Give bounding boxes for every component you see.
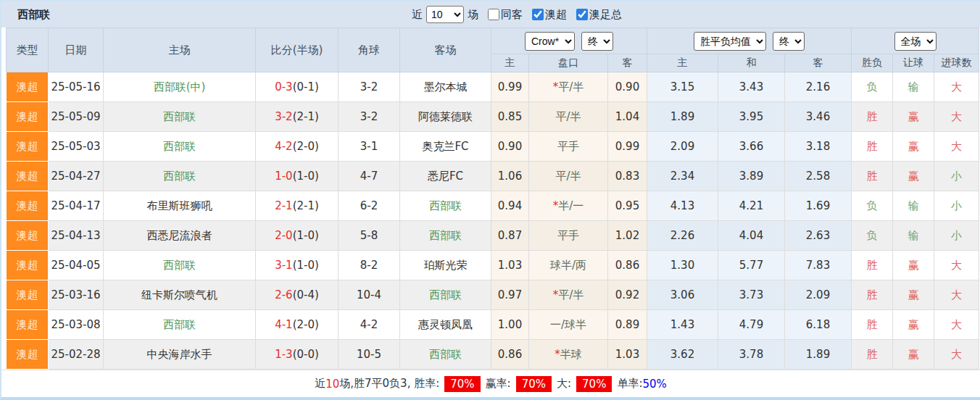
avg-home-cell: 3.62 (647, 340, 718, 370)
table-row: 澳超 25-02-28 中央海岸水手 1-3(0-0) 10-5 西部联 0.8… (7, 340, 979, 370)
away-team-link[interactable]: 惠灵顿凤凰 (418, 318, 473, 331)
result-group-header: 全场 (852, 28, 979, 54)
page-title: 西部联 (17, 8, 50, 22)
handicap-result-cell: 赢 (893, 280, 934, 310)
handicap-cell: 平/半 (529, 162, 608, 191)
home-team-cell: 西部联 (104, 132, 256, 162)
league-cell: 澳超 (7, 162, 49, 191)
summary-footer: 近10场,胜7平0负3, 胜率: 70% 赢率: 70% 大: 70% 单率:5… (1, 370, 980, 397)
handicap-result-cell: 赢 (893, 162, 934, 191)
subcol-goals: 进球数 (934, 54, 979, 72)
goals-result-cell: 大 (934, 72, 979, 102)
away-team-link[interactable]: 西部联 (429, 199, 462, 212)
handicap-cell: 平/半 (529, 102, 608, 132)
avg-away-cell: 3.18 (785, 132, 852, 162)
fulltime-score: 2-0 (275, 229, 293, 242)
away-team-link[interactable]: 悉尼FC (428, 170, 463, 183)
corner-cell: 4-7 (339, 162, 400, 191)
table-row: 澳超 25-05-03 西部联 4-2(2-0) 3-1 奥克兰FC 0.90 … (7, 132, 979, 162)
goals-result-cell: 大 (934, 340, 979, 370)
odds-home-cell: 0.86 (491, 340, 529, 370)
league-a-checkbox-input[interactable] (532, 9, 544, 20)
score-cell: 1-0(1-0) (256, 162, 339, 191)
away-team-link[interactable]: 奥克兰FC (422, 140, 468, 153)
away-team-link[interactable]: 珀斯光荣 (424, 259, 468, 272)
header-group-row: 类型 日期 主场 比分(半场) 角球 客场 Crow* 终 (7, 28, 979, 54)
footer-recent-label: 近 (315, 377, 325, 391)
recent-label: 近 (412, 8, 423, 22)
cover-rate-badge: 70% (516, 376, 552, 392)
home-team-link[interactable]: 西部联 (163, 110, 196, 123)
home-team-link[interactable]: 西部联 (163, 170, 196, 183)
subcol-avg-draw: 和 (718, 54, 785, 72)
handicap-text: 一/球半 (550, 318, 586, 331)
odds-stage-select[interactable]: 终 (581, 32, 613, 51)
home-team-link[interactable]: 西部联 (163, 259, 196, 272)
home-team-link[interactable]: 西悉尼流浪者 (147, 229, 212, 242)
handicap-cell: *半球 (529, 340, 608, 370)
score-cell: 0-3(0-1) (256, 72, 339, 102)
avg-away-cell: 2.09 (785, 280, 852, 310)
avg-away-cell: 7.83 (785, 251, 852, 280)
away-team-link[interactable]: 西部联 (429, 229, 462, 242)
avg-draw-cell: 3.78 (718, 340, 785, 370)
home-team-cell: 布里斯班狮吼 (104, 191, 256, 221)
col-home: 主场 (104, 28, 256, 72)
odds-away-cell: 0.89 (608, 310, 647, 340)
bookmaker-select[interactable]: Crow* (525, 32, 575, 51)
avg-stage-select[interactable]: 终 (773, 32, 805, 51)
footer-summary-text: 场,胜7平0负3, 胜率: (339, 377, 439, 391)
odds-away-cell: 0.86 (608, 251, 647, 280)
league-cup-checkbox[interactable]: 澳足总 (576, 8, 622, 22)
home-team-cell: 西部联 (104, 162, 256, 191)
fulltime-score: 0-3 (275, 80, 293, 93)
date-cell: 25-02-28 (49, 340, 104, 370)
home-team-cell: 西部联(中) (104, 72, 256, 102)
home-team-link[interactable]: 中央海岸水手 (147, 348, 212, 361)
away-team-link[interactable]: 墨尔本城 (424, 80, 468, 93)
recent-count-select[interactable]: 10 (426, 6, 464, 23)
away-team-link[interactable]: 西部联 (429, 348, 462, 361)
avg-away-cell: 6.18 (785, 310, 852, 340)
away-team-cell: 惠灵顿凤凰 (400, 310, 491, 340)
home-team-link[interactable]: 西部联 (163, 318, 196, 331)
avg-home-cell: 1.89 (647, 102, 718, 132)
home-team-link[interactable]: 布里斯班狮吼 (147, 199, 212, 212)
scope-select[interactable]: 全场 (894, 32, 937, 51)
league-a-checkbox[interactable]: 澳超 (532, 8, 567, 22)
fulltime-score: 3-1 (275, 259, 293, 272)
home-team-link[interactable]: 西部联 (163, 140, 196, 153)
home-team-link[interactable]: 纽卡斯尔喷气机 (141, 288, 217, 301)
away-team-link[interactable]: 西部联 (429, 288, 462, 301)
col-score: 比分(半场) (256, 28, 339, 72)
avg-draw-cell: 4.21 (718, 191, 785, 221)
home-team-link[interactable]: 西部联(中) (154, 80, 206, 93)
handicap-result-cell: 赢 (893, 132, 934, 162)
league-cell: 澳超 (7, 251, 49, 280)
same-venue-checkbox[interactable]: 同客 (488, 8, 523, 22)
odds-away-cell: 0.90 (608, 72, 647, 102)
same-venue-checkbox-input[interactable] (488, 9, 499, 20)
odds-away-cell: 0.83 (608, 162, 647, 191)
handicap-result-cell: 赢 (893, 310, 934, 340)
halftime-score: (0-1) (293, 80, 319, 93)
avg-home-cell: 3.06 (647, 280, 718, 310)
avg-odds-select[interactable]: 胜平负均值 (694, 32, 766, 51)
over-rate-badge: 70% (576, 376, 612, 392)
footer-recent-count: 10 (325, 378, 339, 391)
league-cup-checkbox-input[interactable] (576, 9, 588, 20)
corner-cell: 10-4 (339, 280, 400, 310)
odds-home-cell: 0.87 (491, 221, 529, 251)
subcol-winloss: 胜负 (852, 54, 893, 72)
goals-result-cell: 大 (934, 280, 979, 310)
date-cell: 25-04-05 (49, 251, 104, 280)
home-team-cell: 西悉尼流浪者 (104, 221, 256, 251)
halftime-score: (2-0) (293, 140, 319, 153)
score-cell: 2-0(1-0) (256, 221, 339, 251)
win-rate-badge: 70% (444, 376, 480, 392)
away-team-link[interactable]: 阿德莱德联 (418, 110, 473, 123)
handicap-cell: *平/半 (529, 280, 608, 310)
corner-cell: 3-2 (339, 72, 400, 102)
fulltime-score: 2-6 (275, 288, 293, 301)
halftime-score: (2-1) (293, 110, 319, 123)
